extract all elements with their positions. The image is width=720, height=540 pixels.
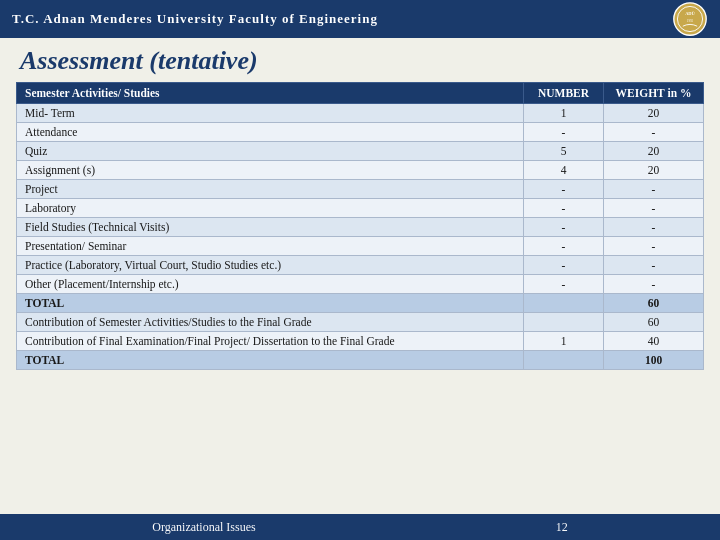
cell-number: - [524,237,604,256]
cell-number: - [524,275,604,294]
cell-weight: - [604,123,704,142]
cell-number: - [524,256,604,275]
cell-weight: - [604,256,704,275]
cell-number: - [524,123,604,142]
cell-number: 4 [524,161,604,180]
cell-number [524,351,604,370]
table-row: Assignment (s)420 [17,161,704,180]
footer-label: Organizational Issues [152,520,255,535]
cell-activity: Assignment (s) [17,161,524,180]
cell-activity: Contribution of Final Examination/Final … [17,332,524,351]
cell-weight: 40 [604,332,704,351]
cell-weight: - [604,275,704,294]
cell-weight: - [604,199,704,218]
table-header-row: Semester Activities/ Studies NUMBER WEIG… [17,83,704,104]
cell-weight: 60 [604,313,704,332]
cell-activity: Attendance [17,123,524,142]
cell-number: - [524,199,604,218]
table-row: Laboratory-- [17,199,704,218]
cell-activity: Presentation/ Seminar [17,237,524,256]
cell-activity: Field Studies (Technical Visits) [17,218,524,237]
cell-number [524,313,604,332]
cell-activity: TOTAL [17,294,524,313]
cell-number: - [524,218,604,237]
col-header-weight: WEIGHT in % [604,83,704,104]
footer-page: 12 [556,520,568,535]
page-title: Assessment (tentative) [20,46,700,76]
cell-weight: - [604,180,704,199]
footer: Organizational Issues 12 [0,514,720,540]
cell-number: 5 [524,142,604,161]
table-row: TOTAL100 [17,351,704,370]
cell-activity: Laboratory [17,199,524,218]
table-body: Mid- Term120Attendance--Quiz520Assignmen… [17,104,704,370]
cell-activity: Practice (Laboratory, Virtual Court, Stu… [17,256,524,275]
svg-text:ADÜ: ADÜ [685,11,695,16]
table-row: Contribution of Semester Activities/Stud… [17,313,704,332]
cell-activity: Contribution of Semester Activities/Stud… [17,313,524,332]
university-logo: ADÜ 1992 [672,1,708,37]
cell-weight: 20 [604,104,704,123]
table-row: Project-- [17,180,704,199]
cell-number: - [524,180,604,199]
table-row: Field Studies (Technical Visits)-- [17,218,704,237]
cell-weight: 20 [604,142,704,161]
cell-number: 1 [524,104,604,123]
cell-weight: 60 [604,294,704,313]
svg-text:1992: 1992 [687,19,694,23]
col-header-activity: Semester Activities/ Studies [17,83,524,104]
cell-weight: - [604,237,704,256]
table-row: TOTAL60 [17,294,704,313]
table-row: Quiz520 [17,142,704,161]
cell-activity: Project [17,180,524,199]
cell-weight: - [604,218,704,237]
page-title-area: Assessment (tentative) [0,38,720,82]
table-row: Presentation/ Seminar-- [17,237,704,256]
cell-activity: TOTAL [17,351,524,370]
header-bar: T.C. Adnan Menderes University Faculty o… [0,0,720,38]
cell-number [524,294,604,313]
table-row: Mid- Term120 [17,104,704,123]
cell-activity: Other (Placement/Internship etc.) [17,275,524,294]
table-row: Other (Placement/Internship etc.)-- [17,275,704,294]
col-header-number: NUMBER [524,83,604,104]
cell-activity: Mid- Term [17,104,524,123]
header-title: T.C. Adnan Menderes University Faculty o… [12,11,378,27]
assessment-table: Semester Activities/ Studies NUMBER WEIG… [16,82,704,370]
cell-number: 1 [524,332,604,351]
table-row: Contribution of Final Examination/Final … [17,332,704,351]
cell-weight: 100 [604,351,704,370]
table-container: Semester Activities/ Studies NUMBER WEIG… [0,82,720,370]
table-row: Practice (Laboratory, Virtual Court, Stu… [17,256,704,275]
cell-weight: 20 [604,161,704,180]
table-row: Attendance-- [17,123,704,142]
cell-activity: Quiz [17,142,524,161]
